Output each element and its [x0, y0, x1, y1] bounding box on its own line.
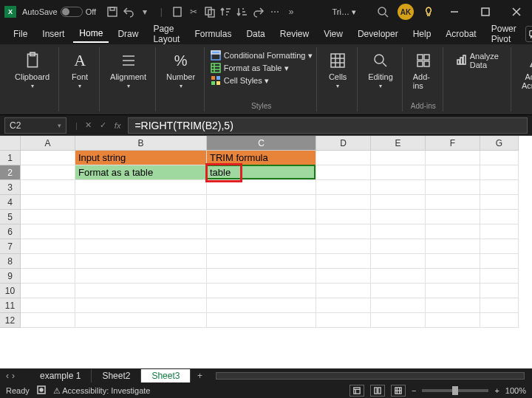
row-header-9[interactable]: 9: [0, 269, 21, 284]
zoom-in-button[interactable]: +: [494, 386, 499, 395]
clipboard-button[interactable]: Clipboard ▾: [12, 49, 52, 91]
cell-F11[interactable]: [426, 298, 480, 313]
sheet-tab-sheet2[interactable]: Sheet2: [92, 369, 141, 382]
cell-G7[interactable]: [480, 239, 519, 254]
cell-E9[interactable]: [371, 269, 426, 284]
cell-B12[interactable]: [75, 313, 207, 328]
cell-C6[interactable]: [207, 224, 316, 239]
cell-D10[interactable]: [316, 284, 371, 298]
cell-C12[interactable]: [207, 313, 316, 328]
cell-C10[interactable]: [207, 284, 316, 298]
tab-formulas[interactable]: Formulas: [188, 26, 237, 42]
format-as-table-button[interactable]: Format as Table ▾: [211, 63, 313, 73]
cell-C11[interactable]: [207, 298, 316, 313]
formula-bar[interactable]: =RIGHT(TRIM(B2),5): [128, 117, 528, 134]
adobe-button[interactable]: Ado… Acrob…: [519, 49, 532, 92]
cell-E2[interactable]: [371, 165, 426, 180]
cell-B4[interactable]: [75, 195, 207, 210]
cell-D4[interactable]: [316, 195, 371, 210]
cell-B10[interactable]: [75, 284, 207, 298]
cell-E10[interactable]: [371, 284, 426, 298]
cell-B2[interactable]: Format as a table: [75, 165, 207, 180]
redo-icon[interactable]: [253, 6, 265, 18]
cell-G2[interactable]: [480, 165, 519, 180]
cell-E6[interactable]: [371, 224, 426, 239]
cell-C4[interactable]: [207, 195, 316, 210]
cell-A9[interactable]: [21, 269, 75, 284]
cell-G5[interactable]: [480, 210, 519, 224]
accept-formula-button[interactable]: ✓: [97, 120, 110, 130]
cell-F10[interactable]: [426, 284, 480, 298]
tab-developer[interactable]: Developer: [352, 26, 404, 42]
sort-asc-icon[interactable]: [220, 6, 232, 18]
toggle-switch-icon[interactable]: [61, 7, 83, 17]
cell-G3[interactable]: [480, 180, 519, 195]
cell-B7[interactable]: [75, 239, 207, 254]
font-button[interactable]: A Font ▾: [66, 49, 93, 91]
zoom-slider[interactable]: [422, 389, 488, 392]
cell-F4[interactable]: [426, 195, 480, 210]
cell-F5[interactable]: [426, 210, 480, 224]
row-header-3[interactable]: 3: [0, 180, 21, 195]
maximize-button[interactable]: [474, 1, 497, 22]
chevron-down-icon[interactable]: ▾: [58, 122, 61, 129]
cell-A4[interactable]: [21, 195, 75, 210]
search-icon[interactable]: [377, 6, 389, 18]
bulb-icon[interactable]: [423, 6, 434, 18]
select-all-corner[interactable]: [0, 136, 21, 151]
copy-icon[interactable]: [204, 6, 216, 18]
cell-A7[interactable]: [21, 239, 75, 254]
tab-page-layout[interactable]: Page Layout: [147, 21, 185, 47]
cell-A11[interactable]: [21, 298, 75, 313]
row-header-7[interactable]: 7: [0, 239, 21, 254]
column-header-G[interactable]: G: [480, 136, 519, 151]
cell-E11[interactable]: [371, 298, 426, 313]
minimize-button[interactable]: [443, 1, 466, 22]
sheet-next-button[interactable]: ›: [12, 371, 15, 381]
cell-A12[interactable]: [21, 313, 75, 328]
cell-A1[interactable]: [21, 151, 75, 165]
analyze-data-button[interactable]: Analyze Data: [451, 49, 505, 72]
row-header-2[interactable]: 2: [0, 165, 21, 180]
tab-draw[interactable]: Draw: [112, 26, 144, 42]
cell-B8[interactable]: [75, 254, 207, 269]
cell-E8[interactable]: [371, 254, 426, 269]
accessibility-status[interactable]: ⚠ Accessibility: Investigate: [53, 386, 151, 396]
editing-button[interactable]: Editing ▾: [365, 49, 396, 91]
user-avatar[interactable]: AK: [398, 4, 414, 20]
cell-F6[interactable]: [426, 224, 480, 239]
cell-D8[interactable]: [316, 254, 371, 269]
cell-G4[interactable]: [480, 195, 519, 210]
undo-icon[interactable]: [123, 6, 134, 18]
spreadsheet-grid[interactable]: ABCDEFG 123456789101112 Input stringTRIM…: [0, 136, 532, 368]
comments-button[interactable]: [525, 26, 532, 42]
add-sheet-button[interactable]: +: [191, 371, 208, 381]
cell-G8[interactable]: [480, 254, 519, 269]
cell-F8[interactable]: [426, 254, 480, 269]
row-header-11[interactable]: 11: [0, 298, 21, 313]
row-header-5[interactable]: 5: [0, 210, 21, 224]
cell-G11[interactable]: [480, 298, 519, 313]
column-header-D[interactable]: D: [316, 136, 371, 151]
tab-help[interactable]: Help: [407, 26, 437, 42]
cell-D2[interactable]: [316, 165, 371, 180]
cell-D3[interactable]: [316, 180, 371, 195]
cell-C5[interactable]: [207, 210, 316, 224]
conditional-formatting-button[interactable]: Conditional Formatting ▾: [211, 50, 313, 61]
cell-C3[interactable]: [207, 180, 316, 195]
horizontal-scrollbar[interactable]: [208, 371, 532, 380]
page-layout-view-button[interactable]: [370, 385, 385, 397]
autosave-toggle[interactable]: AutoSave Off: [22, 7, 96, 17]
column-header-C[interactable]: C: [207, 136, 316, 151]
alignment-button[interactable]: Alignment ▾: [107, 49, 149, 91]
normal-view-button[interactable]: [349, 385, 364, 397]
tab-view[interactable]: View: [318, 26, 349, 42]
zoom-level[interactable]: 100%: [505, 386, 526, 395]
row-header-12[interactable]: 12: [0, 313, 21, 328]
qat-overflow-icon[interactable]: »: [285, 6, 297, 18]
cell-G12[interactable]: [480, 313, 519, 328]
cell-B1[interactable]: Input string: [75, 151, 207, 165]
cut-icon[interactable]: ✂: [188, 6, 200, 18]
cancel-formula-button[interactable]: ✕: [82, 120, 95, 130]
cell-A2[interactable]: [21, 165, 75, 180]
